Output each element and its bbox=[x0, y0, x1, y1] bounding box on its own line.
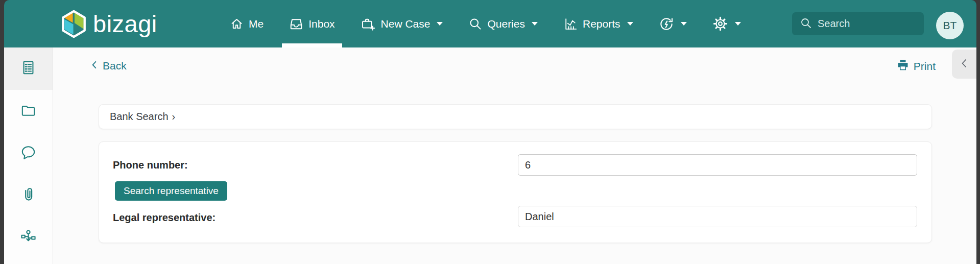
nav-item-label: New Case bbox=[381, 18, 431, 30]
bank-search-form: Phone number: Search representative Lega… bbox=[99, 141, 932, 243]
collapse-panel-button[interactable] bbox=[952, 50, 976, 79]
chevron-down-icon bbox=[437, 22, 443, 26]
bizagi-hexagon-icon bbox=[61, 10, 86, 38]
work-area: Back Print Bank Search › bbox=[53, 47, 976, 264]
legal-representative-label: Legal representative: bbox=[113, 212, 216, 224]
sidebar-item-files[interactable] bbox=[4, 90, 53, 132]
legal-representative-input[interactable] bbox=[518, 206, 917, 227]
user-avatar[interactable]: BT bbox=[936, 12, 964, 39]
nav-item-reports[interactable]: Reports bbox=[556, 0, 640, 47]
nav-item-new-case[interactable]: New Case bbox=[353, 0, 450, 47]
nav-item-label: Queries bbox=[487, 18, 525, 30]
reports-icon bbox=[563, 17, 578, 31]
process-path-icon bbox=[20, 229, 37, 248]
bizagi-logo[interactable]: bizagi bbox=[61, 10, 157, 38]
search-icon bbox=[800, 17, 812, 31]
phone-number-input[interactable] bbox=[518, 154, 917, 176]
breadcrumb-bar: Bank Search › bbox=[99, 104, 932, 129]
comments-icon bbox=[20, 144, 37, 163]
nav-item-queries[interactable]: Queries bbox=[461, 0, 545, 47]
nav-item-label: Inbox bbox=[308, 18, 334, 30]
sidebar-item-process-path[interactable] bbox=[4, 217, 53, 259]
search-icon bbox=[468, 17, 482, 31]
sidebar-item-comments[interactable] bbox=[4, 132, 53, 175]
inbox-icon bbox=[289, 17, 303, 31]
settings-icon bbox=[712, 16, 728, 32]
nav-item-inbox[interactable]: Inbox bbox=[282, 0, 342, 47]
back-button[interactable]: Back bbox=[90, 60, 127, 72]
chevron-down-icon bbox=[532, 22, 538, 26]
nav-tool-sync[interactable] bbox=[652, 0, 694, 47]
app-window: bizagi Me Inbox bbox=[4, 0, 976, 264]
case-summary-icon bbox=[20, 59, 37, 78]
case-sidebar bbox=[4, 47, 53, 264]
nav-item-label: Reports bbox=[583, 18, 620, 30]
printer-icon bbox=[897, 59, 909, 74]
nav-item-label: Me bbox=[249, 18, 264, 30]
back-label: Back bbox=[103, 60, 127, 72]
sync-icon bbox=[659, 16, 674, 32]
global-search bbox=[792, 12, 924, 35]
chevron-down-icon bbox=[681, 22, 687, 26]
chevron-left-icon bbox=[90, 60, 98, 72]
chevron-left-icon bbox=[959, 57, 969, 71]
home-icon bbox=[230, 17, 244, 31]
breadcrumb-separator: › bbox=[172, 111, 176, 123]
logo-text: bizagi bbox=[93, 12, 157, 36]
main-menu: Me Inbox bbox=[223, 0, 748, 47]
active-tab-indicator bbox=[282, 43, 342, 47]
phone-number-label: Phone number: bbox=[113, 159, 188, 171]
search-representative-button[interactable]: Search representative bbox=[115, 181, 227, 201]
print-button[interactable]: Print bbox=[897, 59, 936, 74]
chevron-down-icon bbox=[735, 22, 741, 26]
print-label: Print bbox=[914, 60, 936, 73]
sidebar-item-attachments[interactable] bbox=[4, 175, 53, 217]
chevron-down-icon bbox=[627, 22, 633, 26]
search-input[interactable] bbox=[818, 18, 953, 30]
new-case-icon bbox=[361, 17, 376, 31]
breadcrumb-item[interactable]: Bank Search bbox=[110, 111, 169, 123]
top-navbar: bizagi Me Inbox bbox=[4, 0, 976, 47]
nav-item-me[interactable]: Me bbox=[223, 0, 271, 47]
nav-tool-settings[interactable] bbox=[705, 0, 748, 47]
sidebar-item-case-summary[interactable] bbox=[4, 47, 53, 90]
paperclip-icon bbox=[20, 186, 37, 205]
folder-icon bbox=[20, 102, 37, 121]
